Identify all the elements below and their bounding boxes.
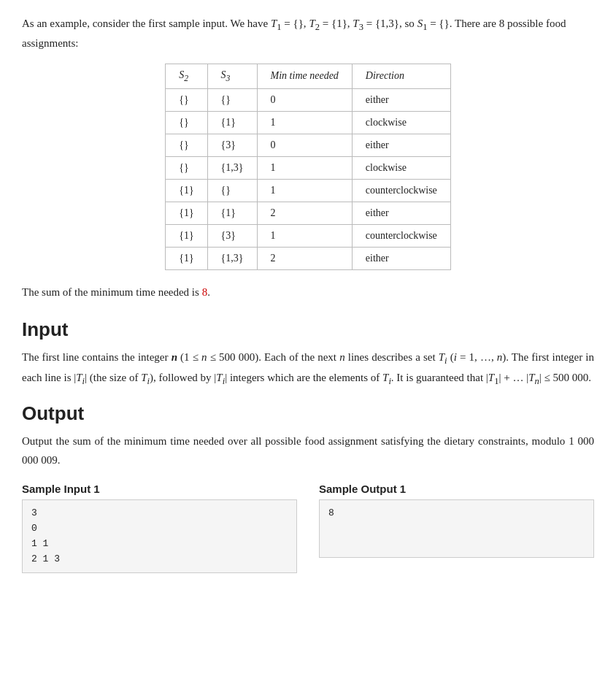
col-header-min-time: Min time needed (257, 64, 352, 89)
table-cell: {} (166, 156, 207, 179)
table-cell: {3} (207, 224, 257, 247)
table-cell: {1} (166, 179, 207, 202)
input-text: The first line contains the integer n (1… (22, 348, 594, 390)
table-row: {1}{}1counterclockwise (166, 179, 451, 202)
table-cell: {} (166, 134, 207, 156)
table-cell: {1} (166, 202, 207, 224)
table-cell: {1} (166, 247, 207, 269)
table-cell: {1} (207, 111, 257, 134)
table-row: {1}{3}1counterclockwise (166, 224, 451, 247)
table-cell: {3} (207, 134, 257, 156)
table-cell: clockwise (352, 156, 450, 179)
table-cell: {1} (166, 224, 207, 247)
col-header-direction: Direction (352, 64, 450, 89)
table-cell: {1} (207, 202, 257, 224)
table-row: {}{}0either (166, 88, 451, 111)
col-header-s3: S3 (207, 64, 257, 89)
table-cell: {} (166, 111, 207, 134)
table-cell: counterclockwise (352, 224, 450, 247)
assignments-table: S2 S3 Min time needed Direction {}{}0eit… (165, 64, 451, 270)
table-cell: {} (207, 179, 257, 202)
table-cell: 2 (257, 202, 352, 224)
table-cell: {1,3} (207, 247, 257, 269)
table-cell: {} (166, 88, 207, 111)
table-cell: 1 (257, 111, 352, 134)
sample-output-block: Sample Output 1 8 (319, 483, 594, 573)
table-cell: {} (207, 88, 257, 111)
table-row: {}{3}0either (166, 134, 451, 156)
table-cell: 1 (257, 179, 352, 202)
table-cell: clockwise (352, 111, 450, 134)
input-heading: Input (22, 318, 594, 341)
table-row: {}{1}1clockwise (166, 111, 451, 134)
table-cell: either (352, 88, 450, 111)
output-text: Output the sum of the minimum time neede… (22, 432, 594, 469)
table-row: {1}{1,3}2either (166, 247, 451, 269)
table-cell: 0 (257, 88, 352, 111)
table-cell: either (352, 247, 450, 269)
sum-value: 8 (202, 286, 208, 298)
intro-text: As an example, consider the first sample… (22, 15, 594, 52)
table-cell: counterclockwise (352, 179, 450, 202)
table-row: {1}{1}2either (166, 202, 451, 224)
table-cell: {1,3} (207, 156, 257, 179)
table-row: {}{1,3}1clockwise (166, 156, 451, 179)
output-heading: Output (22, 402, 594, 425)
table-cell: 1 (257, 224, 352, 247)
sample-input-block: Sample Input 1 301 12 1 3 (22, 483, 297, 573)
sample-output-title: Sample Output 1 (319, 483, 594, 495)
sample-input-title: Sample Input 1 (22, 483, 297, 495)
table-cell: either (352, 134, 450, 156)
sample-input-code: 301 12 1 3 (22, 499, 297, 573)
table-cell: 2 (257, 247, 352, 269)
table-cell: 1 (257, 156, 352, 179)
table-wrapper: S2 S3 Min time needed Direction {}{}0eit… (22, 64, 594, 270)
table-cell: either (352, 202, 450, 224)
table-cell: 0 (257, 134, 352, 156)
col-header-s2: S2 (166, 64, 207, 89)
sum-text: The sum of the minimum time needed is 8. (22, 283, 594, 301)
sample-output-code: 8 (319, 499, 594, 558)
samples-row: Sample Input 1 301 12 1 3 Sample Output … (22, 483, 594, 573)
